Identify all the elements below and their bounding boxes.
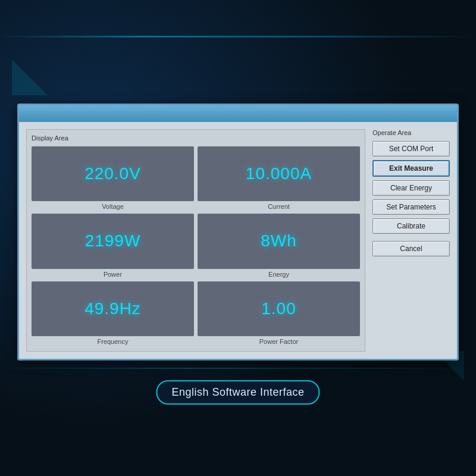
metric-display-power: 2199W bbox=[32, 214, 194, 268]
metric-cell-power: 2199W Power bbox=[32, 214, 194, 277]
metric-display-power-factor: 1.00 bbox=[198, 281, 360, 336]
main-dialog: Display Area 220.0V Voltage 10.000A Curr… bbox=[18, 104, 458, 360]
metric-label-frequency: Frequency bbox=[98, 338, 129, 345]
metric-value-frequency: 49.9Hz bbox=[84, 299, 141, 318]
calibrate-button[interactable]: Calibrate bbox=[372, 218, 450, 234]
metric-label-power: Power bbox=[104, 271, 122, 278]
metric-label-current: Current bbox=[268, 203, 290, 210]
metric-cell-frequency: 49.9Hz Frequency bbox=[32, 281, 194, 345]
exit-measure-button[interactable]: Exit Measure bbox=[372, 160, 450, 177]
metric-value-voltage: 220.0V bbox=[84, 164, 141, 183]
dialog-titlebar bbox=[19, 105, 457, 122]
metric-value-current: 10.000A bbox=[246, 164, 312, 183]
bottom-caption: English Software Interface bbox=[156, 380, 320, 405]
corner-decoration-tl bbox=[12, 60, 48, 95]
metric-label-voltage: Voltage bbox=[102, 203, 124, 210]
display-area: Display Area 220.0V Voltage 10.000A Curr… bbox=[26, 129, 365, 352]
operate-buttons: Set COM Port Exit Measure Clear Energy S… bbox=[372, 141, 450, 256]
metric-cell-voltage: 220.0V Voltage bbox=[32, 146, 194, 210]
metric-cell-current: 10.000A Current bbox=[198, 146, 360, 210]
metric-display-frequency: 49.9Hz bbox=[32, 281, 194, 336]
cancel-button[interactable]: Cancel bbox=[372, 241, 450, 256]
metric-display-voltage: 220.0V bbox=[32, 146, 194, 201]
display-area-label: Display Area bbox=[32, 134, 360, 142]
metric-display-energy: 8Wh bbox=[198, 214, 360, 268]
clear-energy-button[interactable]: Clear Energy bbox=[372, 180, 450, 196]
dialog-content: Display Area 220.0V Voltage 10.000A Curr… bbox=[19, 122, 457, 359]
set-com-port-button[interactable]: Set COM Port bbox=[372, 141, 450, 156]
metrics-grid: 220.0V Voltage 10.000A Current 2199W bbox=[32, 146, 360, 345]
operate-area-label: Operate Area bbox=[372, 129, 450, 136]
metric-display-current: 10.000A bbox=[198, 146, 360, 201]
set-parameters-button[interactable]: Set Parameters bbox=[372, 199, 450, 215]
metric-label-power-factor: Power Factor bbox=[259, 338, 298, 345]
metric-cell-energy: 8Wh Energy bbox=[198, 214, 360, 277]
metric-value-power: 2199W bbox=[85, 231, 141, 250]
operate-area: Operate Area Set COM Port Exit Measure C… bbox=[372, 129, 450, 352]
metric-value-power-factor: 1.00 bbox=[261, 299, 296, 318]
metric-value-energy: 8Wh bbox=[261, 231, 297, 250]
bottom-caption-text: English Software Interface bbox=[171, 386, 304, 398]
metric-label-energy: Energy bbox=[268, 271, 289, 278]
metric-cell-power-factor: 1.00 Power Factor bbox=[198, 281, 360, 345]
